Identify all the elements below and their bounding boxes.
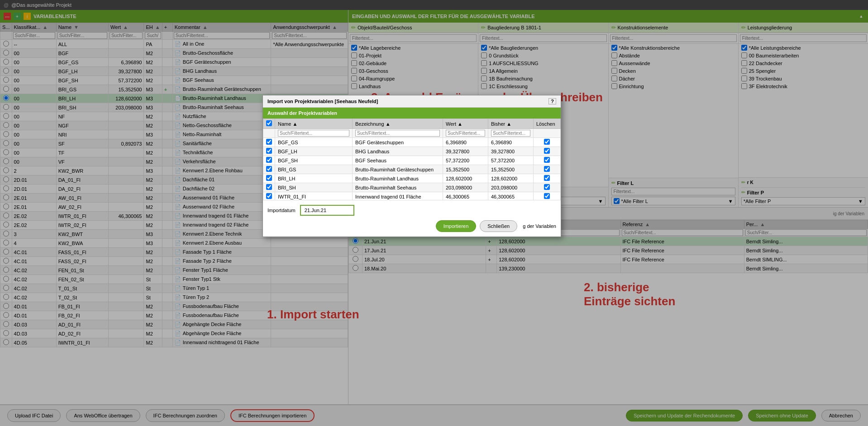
dialog-btn-row: Importieren Schließen g der Variablen: [267, 220, 556, 232]
dialog-table-row[interactable]: BGF_SH BGF Seehaus 57,372200 57,372200: [263, 156, 561, 165]
dialog-col-bezeichnung[interactable]: Bezeichnung ▲: [353, 119, 443, 129]
dialog-extra-text: g der Variablen: [523, 223, 556, 229]
schliessen-button[interactable]: Schließen: [480, 220, 517, 232]
import-date-input[interactable]: [300, 205, 354, 216]
dialog-table-row[interactable]: BGF_LH BHG Landhaus 39,327800 39,327800: [263, 147, 561, 156]
dialog-col-name[interactable]: Name ▲: [275, 119, 353, 129]
dialog-title: Import von Projektvariablen [Seehaus Neu…: [267, 99, 378, 104]
dialog-col-wert[interactable]: Wert ▲: [443, 119, 488, 129]
dialog-table-row[interactable]: IWTR_01_Fl Innenwand tragend 01 Fläche 4…: [263, 192, 561, 200]
dialog-table-row[interactable]: BRI_SH Brutto-Rauminhalt Seehaus 203,098…: [263, 183, 561, 192]
dialog-footer: Importdatum Importieren Schließen g der …: [263, 200, 561, 237]
dialog-search-bezeichnung[interactable]: [355, 130, 440, 137]
import-dialog: Import von Projektvariablen [Seehaus Neu…: [262, 95, 561, 237]
import-date-row: Importdatum: [267, 205, 556, 216]
dialog-search-bisher[interactable]: [491, 130, 530, 137]
dialog-table-row[interactable]: BGF_GS BGF Geräteschuppen 6,396890 6,396…: [263, 138, 561, 147]
dialog-title-bar: Import von Projektvariablen [Seehaus Neu…: [263, 95, 561, 108]
dialog-col-check: [263, 119, 275, 129]
dialog-help-icon[interactable]: ?: [548, 98, 556, 104]
dialog-col-bisher[interactable]: Bisher ▲: [488, 119, 534, 129]
dialog-search-name[interactable]: [278, 130, 349, 137]
dialog-table: Name ▲ Bezeichnung ▲ Wert ▲ Bisher ▲ Lös…: [263, 118, 561, 200]
dialog-table-row[interactable]: BRI_GS Brutto-Rauminhalt Geräteschuppen …: [263, 165, 561, 174]
dialog-col-loschen: Löschen: [534, 119, 561, 129]
dialog-inner-header: Auswahl der Projektvariablen: [263, 108, 561, 118]
dialog-overlay: Import von Projektvariablen [Seehaus Neu…: [0, 0, 868, 426]
dialog-table-container: Name ▲ Bezeichnung ▲ Wert ▲ Bisher ▲ Lös…: [263, 118, 561, 200]
dialog-table-row[interactable]: BRI_LH Brutto-Rauminhalt Landhaus 128,60…: [263, 174, 561, 183]
dialog-inner-title: Auswahl der Projektvariablen: [267, 110, 337, 116]
import-date-label: Importdatum: [267, 208, 296, 213]
dialog-search-wert[interactable]: [446, 130, 485, 137]
importieren-button[interactable]: Importieren: [436, 220, 477, 232]
